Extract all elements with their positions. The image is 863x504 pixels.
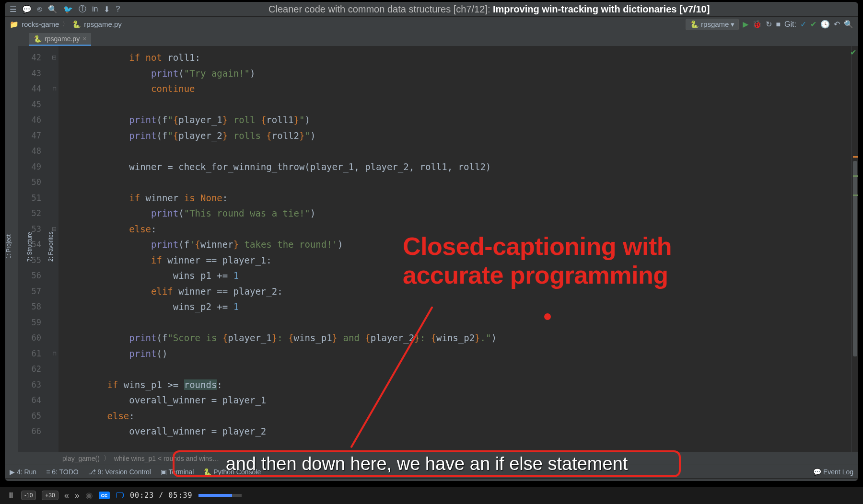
help-icon[interactable]: ? (116, 5, 120, 13)
titlebar-left-icons: ☰ 💬 ⎋ 🔍 🐦 ⓕ in ⬇ ? (10, 4, 120, 14)
linkedin-icon[interactable]: in (92, 5, 98, 13)
window-title: Cleaner code with common data structures… (125, 4, 853, 15)
lock-icon[interactable]: 🔒 (830, 481, 839, 481)
status-commit-message: 7 files committed: RPS with dictionary (21, 481, 133, 481)
editor-tabs: 🐍 rpsgame.py × (5, 32, 858, 46)
line-number-gutter[interactable]: 42 43 44 45 46 47 48 49 50 51 52 53 54 5… (18, 46, 50, 452)
status-interpreter[interactable]: Python 3.7 (792, 481, 824, 481)
tool-event-log[interactable]: 💬 Event Log (813, 468, 853, 476)
facebook-icon[interactable]: ⓕ (79, 4, 86, 14)
chevron-down-icon: ▾ (731, 20, 735, 29)
annotation-arrow-head (544, 313, 551, 320)
github-icon[interactable]: ⎋ (37, 5, 42, 13)
left-tool-rail: 1: Project 7: Structure 2: Favorites (5, 46, 18, 452)
chevron-right-icon: 〉 (62, 20, 69, 29)
annotation-text: Closed-captioning with accurate programm… (403, 232, 672, 290)
tool-favorites[interactable]: 2: Favorites (47, 232, 54, 262)
run-config-selector[interactable]: 🐍 rpsgame ▾ (686, 19, 739, 30)
monitor-icon[interactable]: 🖵 (116, 491, 124, 501)
rerun-icon[interactable]: ↻ (766, 20, 772, 29)
breadcrumb-file: rpsgame.py (84, 20, 121, 28)
back-10-button[interactable]: -10 (21, 491, 36, 500)
run-icon[interactable]: ▶ (743, 20, 748, 29)
prev-icon[interactable]: « (64, 491, 69, 501)
python-icon: 🐍 (34, 35, 42, 43)
window-list-icon[interactable]: ⧉ (10, 481, 14, 481)
download-icon[interactable]: ⬇ (104, 5, 110, 14)
inspector-icon[interactable]: 👤 (845, 481, 853, 481)
file-tab-rpsgame[interactable]: 🐍 rpsgame.py × (29, 33, 91, 46)
cc-button[interactable]: cc (99, 492, 110, 499)
forward-30-button[interactable]: +30 (42, 491, 58, 500)
inspection-ok-icon: ✔ (850, 48, 856, 57)
revert-icon[interactable]: ↶ (834, 20, 840, 29)
breadcrumb[interactable]: 📁 rocks-game 〉 🐍 rpsgame.py (10, 20, 683, 29)
search-icon[interactable]: 🔍 (48, 5, 58, 14)
stop-icon[interactable]: ■ (776, 20, 781, 29)
folder-icon: 📁 (10, 20, 19, 29)
menu-icon[interactable]: ☰ (10, 5, 16, 14)
debug-icon[interactable]: 🐞 (752, 20, 762, 29)
tool-structure[interactable]: 7: Structure (26, 232, 33, 262)
search-everywhere-icon[interactable]: 🔍 (844, 20, 853, 29)
python-icon: 🐍 (690, 20, 699, 29)
ide-titlebar: ☰ 💬 ⎋ 🔍 🐦 ⓕ in ⬇ ? Cleaner code with com… (5, 2, 858, 16)
pause-icon[interactable]: ⏸ (7, 491, 15, 501)
comment-icon[interactable]: 💬 (22, 5, 32, 14)
tool-vcs[interactable]: ⎇ 9: Version Control (88, 468, 151, 476)
volume-slider[interactable] (198, 494, 242, 497)
twitter-icon[interactable]: 🐦 (63, 5, 73, 14)
disc-icon[interactable]: ◉ (85, 490, 93, 501)
nav-bar: 📁 rocks-game 〉 🐍 rpsgame.py 🐍 rpsgame ▾ … (5, 16, 858, 32)
next-icon[interactable]: » (75, 491, 80, 501)
status-git-branch[interactable]: Git: master (752, 481, 785, 481)
git-label: Git: (784, 20, 796, 29)
editor-scrollbar[interactable]: ✔ (851, 46, 858, 452)
close-icon[interactable]: × (82, 35, 86, 43)
update-icon[interactable]: ✓ (800, 20, 806, 29)
tool-project[interactable]: 1: Project (5, 235, 12, 259)
video-time: 00:23 / 05:39 (130, 491, 192, 500)
history-icon[interactable]: 🕓 (820, 20, 830, 29)
python-icon: 🐍 (72, 20, 81, 29)
closed-caption: and then down here, we have an if else s… (173, 450, 681, 477)
video-controls: ⏸ -10 +30 « » ◉ cc 🖵 00:23 / 05:39 (0, 487, 863, 504)
commit-icon[interactable]: ✔ (810, 20, 816, 29)
tool-todo[interactable]: ≡ 6: TODO (46, 468, 79, 476)
status-indent[interactable]: 4 spaces (719, 481, 746, 481)
tool-run[interactable]: ▶ 4: Run (10, 468, 36, 476)
status-bar: ⧉ 7 files committed: RPS with dictionary… (5, 478, 858, 481)
breadcrumb-folder: rocks-game (22, 20, 59, 28)
